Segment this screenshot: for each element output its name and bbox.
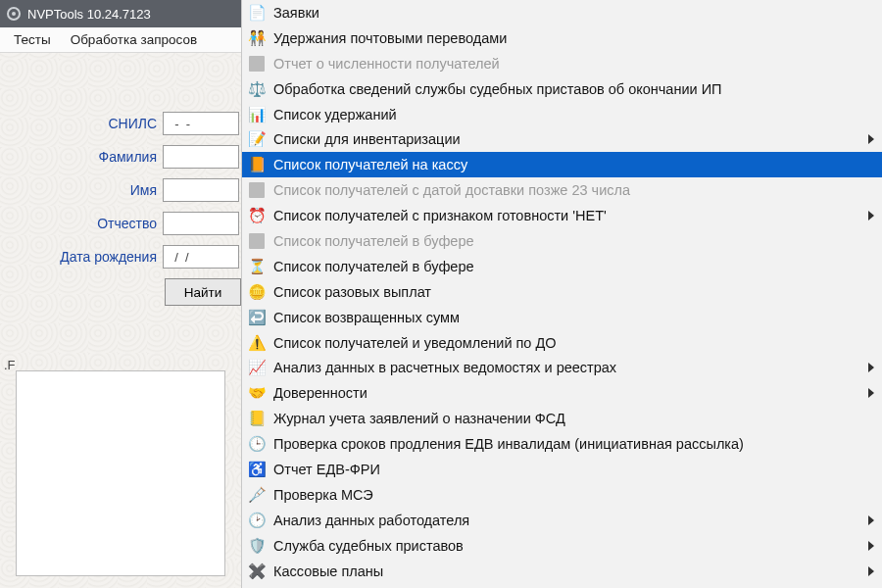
menu-item[interactable]: 🛡️Служба судебных приставов — [242, 533, 882, 559]
imya-input[interactable] — [163, 178, 239, 202]
menu-item-label: Список разовых выплат — [273, 284, 876, 300]
menu-item[interactable]: 📙Список получателей на кассу — [242, 152, 882, 177]
menu-item-label: Удержания почтовыми переводами — [273, 30, 876, 46]
chart-icon: 📈 — [246, 358, 268, 377]
menu-item[interactable]: ↩️Список возвращенных сумм — [242, 305, 882, 330]
menu-item-label: Список получателей и уведомлений по ДО — [273, 335, 876, 351]
menu-item[interactable]: 🩼Проверка МСЭ — [242, 482, 882, 508]
menu-item[interactable]: 🧑‍🤝‍🧑Удержания почтовыми переводами — [242, 25, 882, 51]
window-title: NVPTools 10.24.7123 — [27, 7, 151, 22]
familiya-label: Фамилия — [99, 149, 157, 165]
clock-bell-icon: ⏰ — [246, 206, 268, 225]
badge-icon: 🛡️ — [246, 536, 268, 556]
gray-box — [246, 180, 268, 200]
handshake-icon: 🤝 — [246, 383, 268, 403]
menu-item-label: Обработка сведений службы судебных прист… — [273, 81, 876, 97]
menu-item[interactable]: ♿Отчет ЕДВ-ФРИ — [242, 457, 882, 482]
menu-item[interactable]: 📝Списки для инвентаризации — [242, 126, 882, 152]
menu-item: Список получателей с датой доставки позж… — [242, 177, 882, 203]
snils-input[interactable] — [163, 112, 239, 135]
menu-item[interactable]: 🕒Проверка сроков продления ЕДВ инвалидам… — [242, 431, 882, 457]
otchestvo-input[interactable] — [163, 212, 239, 235]
menu-item-label: Заявки — [273, 5, 876, 21]
gray-box — [246, 54, 268, 74]
menu-item[interactable]: 📈Анализ данных в расчетных ведомостях и … — [242, 355, 882, 380]
dob-label: Дата рождения — [60, 249, 157, 265]
clock-find-icon: 🕒 — [246, 434, 268, 454]
results-panel — [16, 370, 225, 576]
menu-item-label: Списки для инвентаризации — [273, 131, 876, 147]
chevron-right-icon — [868, 541, 874, 551]
post-hold-icon: 🧑‍🤝‍🧑 — [246, 28, 268, 48]
return-icon: ↩️ — [246, 308, 268, 327]
menu-item-label: Отчет ЕДВ-ФРИ — [273, 462, 876, 477]
menu-item-label: Список получателей на кассу — [273, 157, 876, 172]
form-icon: 📄 — [246, 3, 268, 23]
menu-item-label: Список получателей с датой доставки позж… — [273, 182, 876, 198]
menu-item[interactable]: ⚠️Список получателей и уведомлений по ДО — [242, 330, 882, 356]
menu-item-label: Список получателей в буфере — [273, 259, 876, 274]
search-form: СНИЛС Фамилия Имя Отчество Дата рождения… — [0, 53, 241, 306]
snils-label: СНИЛС — [108, 116, 157, 131]
menu-item-label: Журнал учета заявлений о назначении ФСД — [273, 411, 876, 426]
menu-item[interactable]: 📊Список удержаний — [242, 102, 882, 127]
folder-icon: 📙 — [246, 155, 268, 174]
gear-icon — [6, 6, 22, 22]
menu-item[interactable]: ✖️Кассовые планы — [242, 559, 882, 584]
chevron-right-icon — [868, 134, 874, 144]
plan-icon: ✖️ — [246, 562, 268, 581]
menu-item-label: Доверенности — [273, 385, 876, 401]
checklist-icon: 📝 — [246, 129, 268, 149]
gray-box — [246, 231, 268, 251]
familiya-input[interactable] — [163, 145, 239, 169]
hourglass-icon: ⏳ — [246, 257, 268, 276]
menu-item-label: Список получателей с признаком готовност… — [273, 208, 876, 223]
menu-item[interactable]: 🪙Список разовых выплат — [242, 279, 882, 305]
menubar-tests[interactable]: Тесты — [4, 30, 61, 49]
menu-item-label: Список возвращенных сумм — [273, 310, 876, 325]
menu-item-label: Кассовые планы — [273, 564, 876, 579]
dob-input[interactable] — [163, 245, 239, 269]
menu-item-label: Анализ данных работодателя — [273, 513, 876, 528]
menu-item-label: Служба судебных приставов — [273, 538, 876, 554]
menu-item[interactable]: 🤝Доверенности — [242, 380, 882, 406]
context-menu: 📄Заявки🧑‍🤝‍🧑Удержания почтовыми перевода… — [241, 0, 882, 588]
coins-icon: 🪙 — [246, 282, 268, 302]
chevron-right-icon — [868, 388, 874, 398]
otchestvo-label: Отчество — [97, 216, 157, 231]
menu-item-label: Проверка МСЭ — [273, 487, 876, 503]
gavel-icon: ⚖️ — [246, 79, 268, 99]
separator-label: .F — [4, 358, 16, 372]
menu-item[interactable]: ⏳Список получателей в буфере — [242, 254, 882, 279]
svg-point-1 — [12, 12, 16, 16]
chevron-right-icon — [868, 363, 874, 372]
ledger-icon: 📒 — [246, 409, 268, 428]
menu-item[interactable]: ⚖️Обработка сведений службы судебных при… — [242, 76, 882, 102]
chevron-right-icon — [868, 211, 874, 220]
menu-item-label: Список удержаний — [273, 107, 876, 122]
warning-icon: ⚠️ — [246, 333, 268, 353]
menu-item[interactable]: ⏰Список получателей с признаком готовнос… — [242, 203, 882, 228]
chevron-right-icon — [868, 566, 874, 576]
menubar-requests[interactable]: Обработка запросов — [61, 30, 207, 49]
table-icon: 📊 — [246, 105, 268, 124]
menu-item: Список получателей в буфере — [242, 228, 882, 254]
menu-item[interactable]: 📄Заявки — [242, 0, 882, 25]
crutch-icon: 🩼 — [246, 485, 268, 505]
menu-item[interactable]: 📒Журнал учета заявлений о назначении ФСД — [242, 406, 882, 431]
menu-item: Отчет о численности получателей — [242, 51, 882, 76]
menu-item-label: Отчет о численности получателей — [273, 56, 876, 72]
menu-item-label: Анализ данных в расчетных ведомостях и р… — [273, 360, 876, 375]
wheelchair-icon: ♿ — [246, 460, 268, 479]
analysis-icon: 🕑 — [246, 511, 268, 530]
menu-item[interactable]: 🕑Анализ данных работодателя — [242, 508, 882, 533]
menu-item-label: Проверка сроков продления ЕДВ инвалидам … — [273, 436, 876, 452]
find-button[interactable]: Найти — [165, 278, 241, 306]
imya-label: Имя — [130, 182, 157, 198]
menu-item-label: Список получателей в буфере — [273, 233, 876, 249]
chevron-right-icon — [868, 515, 874, 525]
